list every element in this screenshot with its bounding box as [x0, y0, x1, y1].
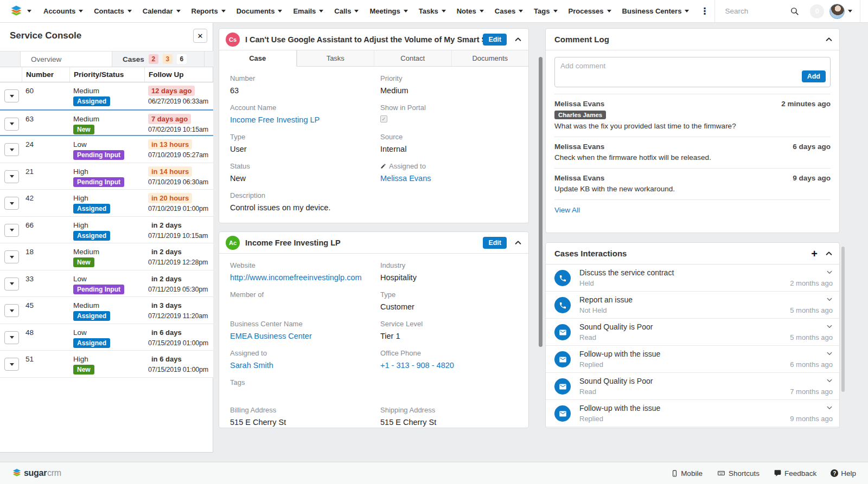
office-phone-link[interactable]: +1 - 313 - 908 - 4820 [380, 361, 518, 370]
row-actions-button[interactable] [4, 89, 19, 102]
add-comment-button[interactable]: Add [802, 70, 826, 82]
footer-link-feedback[interactable]: Feedback [774, 469, 816, 477]
chevron-down-icon[interactable] [826, 296, 833, 302]
add-comment-input[interactable] [555, 57, 830, 87]
middle-column-scrollbar[interactable] [539, 57, 542, 347]
notifications-badge[interactable]: 0 [810, 4, 824, 18]
footer-link-shortcuts[interactable]: Shortcuts [717, 469, 760, 477]
nav-item-meetings[interactable]: Meetings [364, 0, 413, 22]
header-follow-up[interactable]: Follow Up [144, 67, 213, 82]
sugarcrm-logo[interactable]: sugar crm [12, 468, 61, 479]
search-icon[interactable] [790, 7, 799, 16]
case-number: 66 [25, 221, 34, 229]
interaction-row[interactable]: Follow-up with the issueReplied6 months … [546, 346, 839, 373]
business-center-link[interactable]: EMEA Business Center [230, 332, 367, 340]
interaction-row[interactable]: Sound Quality is PoorRead5 months ago [546, 319, 839, 346]
collapse-interactions-icon[interactable] [825, 250, 833, 257]
interaction-row[interactable]: Follow-up with the issueReplied9 months … [546, 400, 839, 427]
app-logo[interactable] [0, 0, 38, 22]
assigned-to-link[interactable]: Melissa Evans [380, 174, 518, 183]
edit-case-button[interactable]: Edit [483, 34, 507, 46]
chevron-down-icon[interactable] [826, 377, 833, 384]
row-actions-button[interactable] [4, 331, 19, 344]
header-number[interactable]: Number [22, 67, 69, 82]
nav-item-business-centers[interactable]: Business Centers [617, 0, 695, 22]
more-menu-button[interactable]: ⋮ [694, 5, 714, 17]
table-row-case-45[interactable]: 45MediumAssignedin 3 days07/12/2019 11:2… [0, 297, 213, 324]
row-actions-button[interactable] [4, 358, 19, 371]
table-row-case-63[interactable]: 63MediumNew7 days ago07/02/2019 10:15am [0, 109, 213, 137]
row-actions-button[interactable] [4, 278, 19, 291]
tab-documents[interactable]: Documents [451, 50, 529, 67]
table-row-case-51[interactable]: 51HighNewin 6 days07/15/2019 01:00pm [0, 351, 213, 378]
account-name-link[interactable]: Income Free Investing LP [230, 115, 367, 124]
interaction-row[interactable]: Report an issueNot Held5 months ago [546, 292, 839, 319]
nav-item-tags[interactable]: Tags [528, 0, 563, 22]
follow-up-relative: in 3 days [148, 301, 182, 309]
tab-cases[interactable]: Cases 2 3 6 [112, 51, 205, 67]
website-link[interactable]: http://www.incomefreeinvestinglp.com [230, 273, 367, 282]
case-priority: High [73, 355, 88, 363]
edit-account-button[interactable]: Edit [483, 237, 507, 249]
collapse-account-icon[interactable] [514, 239, 522, 247]
row-actions-button[interactable] [4, 224, 19, 237]
table-row-case-66[interactable]: 66HighAssignedin 2 days07/11/2019 10:15a… [0, 217, 213, 244]
search-input[interactable] [724, 7, 788, 16]
interaction-time: 5 months ago [790, 333, 833, 341]
account-assigned-link[interactable]: Sarah Smith [230, 361, 367, 370]
header-priority-status[interactable]: Priority/Status [69, 67, 144, 82]
badge-due-soon-count: 3 [163, 54, 173, 64]
table-row-case-42[interactable]: 42HighAssignedin 20 hours07/10/2019 01:0… [0, 190, 213, 217]
tab-tasks[interactable]: Tasks [297, 50, 374, 67]
nav-item-notes[interactable]: Notes [451, 0, 489, 22]
table-row-case-21[interactable]: 21HighPending Inputin 14 hours07/10/2019… [0, 163, 213, 190]
field-value: User [230, 145, 367, 153]
interaction-row[interactable]: Sound Quality is PoorRead7 months ago [546, 373, 839, 400]
interaction-title: Sound Quality is Poor [579, 377, 653, 385]
chevron-down-icon[interactable] [826, 323, 833, 330]
nav-item-reports[interactable]: Reports [186, 0, 231, 22]
chevron-down-icon[interactable] [826, 269, 833, 275]
nav-item-contacts[interactable]: Contacts [88, 0, 137, 22]
chevron-down-icon[interactable] [826, 404, 833, 411]
nav-item-tasks[interactable]: Tasks [413, 0, 451, 22]
nav-item-calls[interactable]: Calls [329, 0, 364, 22]
table-row-case-60[interactable]: 60MediumAssigned12 days ago06/27/2019 06… [0, 82, 213, 109]
right-column-scrollbar[interactable] [841, 247, 845, 392]
add-interaction-icon[interactable]: + [811, 248, 818, 259]
chevron-down-icon[interactable] [848, 10, 852, 12]
nav-item-calendar[interactable]: Calendar [137, 0, 186, 22]
table-row-case-48[interactable]: 48LowAssignedin 6 days07/15/2019 01:00pm [0, 324, 213, 351]
footer-link-mobile[interactable]: Mobile [671, 469, 703, 477]
user-avatar[interactable] [829, 4, 845, 19]
table-row-case-33[interactable]: 33LowPending Inputin 2 days07/11/2019 05… [0, 270, 213, 298]
tab-contact[interactable]: Contact [374, 50, 451, 67]
close-console-button[interactable]: ✕ [193, 29, 207, 43]
row-actions-button[interactable] [4, 197, 19, 210]
table-row-case-18[interactable]: 18MediumNewin 2 days07/11/2019 12:28pm [0, 243, 213, 270]
tab-case[interactable]: Case [219, 50, 297, 67]
tab-overview[interactable]: Overview [20, 51, 112, 67]
chevron-down-icon [685, 10, 689, 12]
nav-item-processes[interactable]: Processes [563, 0, 617, 22]
nav-item-cases[interactable]: Cases [489, 0, 528, 22]
table-row-case-24[interactable]: 24LowPending Inputin 13 hours07/10/2019 … [0, 136, 213, 163]
quick-create-button[interactable]: + [860, 5, 868, 18]
nav-item-documents[interactable]: Documents [231, 0, 288, 22]
close-icon: ✕ [197, 32, 203, 40]
collapse-comment-log-icon[interactable] [825, 36, 833, 43]
interaction-row[interactable]: Discuss the service contractHeld2 months… [546, 264, 839, 292]
row-actions-button[interactable] [4, 170, 19, 183]
nav-item-accounts[interactable]: Accounts [38, 0, 88, 22]
row-actions-button[interactable] [4, 250, 19, 263]
collapse-case-icon[interactable] [514, 36, 522, 43]
row-actions-button[interactable] [4, 304, 19, 317]
view-all-link[interactable]: View All [554, 200, 831, 220]
row-actions-button[interactable] [4, 118, 19, 131]
row-actions-button[interactable] [4, 143, 19, 156]
show-in-portal-checkbox[interactable]: ✓ [380, 115, 387, 122]
chevron-down-icon[interactable] [826, 350, 833, 357]
footer-link-help[interactable]: ? Help [831, 469, 856, 477]
field-value: Medium [380, 86, 518, 95]
nav-item-emails[interactable]: Emails [288, 0, 329, 22]
